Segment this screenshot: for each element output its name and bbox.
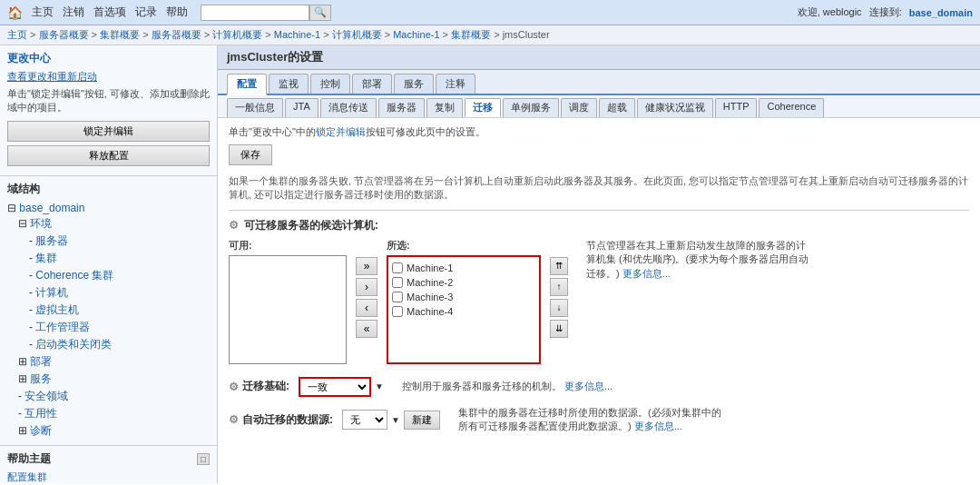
sort-up-button[interactable]: ↑ [550, 278, 568, 296]
nav-preferences[interactable]: 首选项 [93, 5, 126, 20]
tree-item-security[interactable]: - 安全领域 [7, 388, 210, 405]
machine-4-checkbox[interactable] [392, 306, 403, 317]
machine-1-checkbox[interactable] [392, 262, 403, 273]
subtab-health[interactable]: 健康状况监视 [637, 98, 713, 117]
machine-item-1[interactable]: Machine-1 [392, 261, 535, 275]
auto-datasource-select[interactable]: 无 [342, 410, 387, 430]
tree-item-diagnostics[interactable]: ⊞ 诊断 [7, 422, 210, 440]
subtab-general[interactable]: 一般信息 [227, 98, 283, 117]
breadcrumb-machine1b[interactable]: Machine-1 [393, 29, 439, 40]
datasource-new-button[interactable]: 新建 [404, 411, 440, 430]
user-info: 欢迎, weblogic 连接到: base_domain [798, 5, 973, 19]
security-link[interactable]: 安全领域 [24, 390, 68, 402]
clusters-dash-icon: - [29, 252, 33, 264]
tree-item-interop[interactable]: - 互用性 [7, 405, 210, 422]
tree-item-machines[interactable]: - 计算机 [7, 284, 210, 302]
machine-item-2[interactable]: Machine-2 [392, 275, 535, 290]
search-input[interactable] [201, 5, 309, 21]
tree-item-clusters[interactable]: - 集群 [7, 250, 210, 267]
lock-edit-inline-link[interactable]: 锁定并编辑 [316, 126, 366, 137]
subtab-server[interactable]: 服务器 [378, 98, 425, 117]
available-machines-list[interactable] [229, 255, 347, 364]
basis-more-info-link[interactable]: 更多信息... [564, 381, 612, 391]
change-restart-link[interactable]: 查看更改和重新启动 [7, 71, 97, 82]
breadcrumb-server-summary[interactable]: 服务器概要 [39, 29, 89, 40]
move-left-button[interactable]: ‹ [356, 299, 377, 317]
diagnostics-link[interactable]: 诊断 [30, 424, 52, 437]
tree-item-virtual-hosts[interactable]: - 虚拟主机 [7, 302, 210, 319]
servers-link[interactable]: 服务器 [35, 234, 68, 247]
domain-link[interactable]: base_domain [19, 202, 84, 214]
subtab-http[interactable]: HTTP [715, 98, 758, 117]
virtual-hosts-link[interactable]: 虚拟主机 [35, 303, 79, 316]
breadcrumb-machine-summary2[interactable]: 计算机概要 [332, 29, 382, 40]
subtab-scheduling[interactable]: 调度 [561, 98, 597, 117]
interop-link[interactable]: 互用性 [24, 407, 57, 420]
subtab-migration[interactable]: 迁移 [465, 98, 501, 117]
tree-item-servers[interactable]: - 服务器 [7, 233, 210, 250]
lock-edit-button[interactable]: 锁定并编辑 [7, 121, 210, 142]
env-link[interactable]: 环境 [30, 217, 52, 230]
subtab-replication[interactable]: 复制 [426, 98, 463, 117]
sort-down-button[interactable]: ↓ [550, 299, 568, 317]
tree-item-coherence[interactable]: - Coherence 集群 [7, 267, 210, 284]
tab-configuration[interactable]: 配置 [227, 74, 267, 95]
tab-services[interactable]: 服务 [394, 74, 434, 94]
breadcrumb-server-summary2[interactable]: 服务器概要 [152, 29, 201, 40]
nav-home[interactable]: 主页 [32, 5, 54, 20]
subtab-messaging[interactable]: 消息传送 [320, 98, 377, 117]
sort-top-button[interactable]: ⇈ [550, 257, 568, 275]
subtab-jta[interactable]: JTA [285, 98, 318, 117]
selected-machines-list[interactable]: Machine-1 Machine-2 Machine-3 [387, 255, 541, 364]
release-config-button[interactable]: 释放配置 [7, 145, 210, 166]
breadcrumb-machine1[interactable]: Machine-1 [274, 29, 320, 40]
tree-item-deploy[interactable]: ⊞ 部署 [7, 353, 210, 371]
move-right-button[interactable]: › [356, 278, 377, 296]
machine-item-3[interactable]: Machine-3 [392, 290, 535, 304]
clusters-link[interactable]: 集群 [35, 252, 57, 264]
machines-link[interactable]: 计算机 [35, 286, 68, 299]
datasource-note: 集群中的服务器在迁移时所使用的数据源。(必须对集群中的所有可迁移服务器配置使用此… [458, 406, 730, 434]
servers-dash-icon: - [29, 234, 33, 247]
datasource-more-info-link[interactable]: 更多信息... [634, 421, 682, 431]
subtab-overload[interactable]: 超载 [599, 98, 635, 117]
nav-help[interactable]: 帮助 [166, 5, 188, 20]
breadcrumb-machine-summary[interactable]: 计算机概要 [212, 29, 262, 40]
tree-item-services[interactable]: ⊞ 服务 [7, 371, 210, 388]
migration-basis-select[interactable]: 一致 [299, 377, 371, 397]
search-button[interactable]: 🔍 [309, 5, 331, 21]
security-dash-icon: - [18, 390, 22, 402]
deploy-link[interactable]: 部署 [30, 355, 52, 368]
breadcrumb-cluster-summary[interactable]: 集群概要 [100, 29, 140, 40]
coherence-link[interactable]: Coherence 集群 [35, 269, 113, 282]
machine-2-checkbox[interactable] [392, 277, 403, 288]
subtab-coherence[interactable]: Coherence [759, 98, 824, 117]
tree-item-domain[interactable]: ⊟ base_domain [7, 201, 210, 215]
services-link[interactable]: 服务 [30, 372, 52, 385]
help-link-1[interactable]: 配置集群 [7, 470, 210, 483]
help-collapse-icon[interactable]: □ [197, 453, 210, 465]
services-plus-icon: ⊞ [18, 372, 27, 385]
machine-item-4[interactable]: Machine-4 [392, 304, 535, 319]
machines-more-info-link[interactable]: 更多信息... [622, 268, 671, 279]
tab-control[interactable]: 控制 [310, 74, 350, 94]
nav-records[interactable]: 记录 [135, 5, 157, 20]
tab-deploy[interactable]: 部署 [352, 74, 392, 94]
breadcrumb-home[interactable]: 主页 [7, 29, 27, 40]
tree-item-startup[interactable]: - 启动类和关闭类 [7, 336, 210, 353]
machine-3-checkbox[interactable] [392, 292, 403, 302]
startup-link[interactable]: 启动类和关闭类 [35, 338, 112, 351]
save-button[interactable]: 保存 [229, 144, 272, 165]
tree-item-work-managers[interactable]: - 工作管理器 [7, 319, 210, 336]
tab-notes[interactable]: 注释 [436, 74, 475, 94]
move-all-left-button[interactable]: « [356, 320, 377, 338]
subtab-singleton[interactable]: 单例服务 [503, 98, 559, 117]
move-all-right-button[interactable]: » [356, 257, 377, 275]
help-header[interactable]: 帮助主题 □ [7, 451, 210, 467]
tab-monitor[interactable]: 监视 [269, 74, 309, 94]
work-managers-link[interactable]: 工作管理器 [35, 321, 90, 333]
breadcrumb-cluster-summary2[interactable]: 集群概要 [451, 29, 491, 40]
sort-bottom-button[interactable]: ⇊ [550, 320, 568, 338]
nav-logout[interactable]: 注销 [63, 5, 84, 20]
tree-item-env[interactable]: ⊟ 环境 [7, 215, 210, 233]
